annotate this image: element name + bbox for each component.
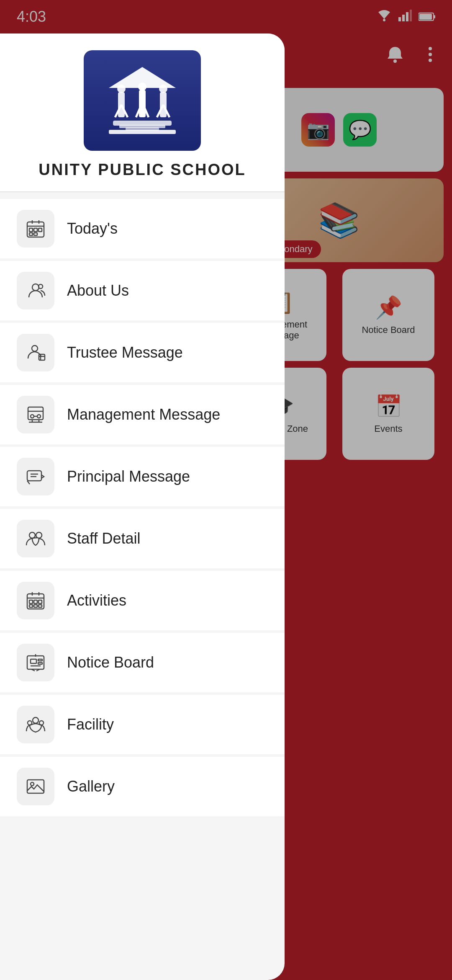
school-name: UNITY PUBLIC SCHOOL xyxy=(39,161,246,179)
svg-point-47 xyxy=(37,415,41,418)
notice-board-label: Notice Board xyxy=(67,654,154,671)
svg-point-46 xyxy=(31,415,34,418)
todays-icon-wrap xyxy=(17,210,54,248)
svg-rect-62 xyxy=(39,600,42,603)
svg-rect-34 xyxy=(29,233,33,235)
svg-point-22 xyxy=(159,85,167,93)
svg-rect-65 xyxy=(39,605,42,607)
menu-item-staff-detail[interactable]: Staff Detail xyxy=(0,509,285,568)
svg-rect-63 xyxy=(29,605,33,607)
svg-rect-69 xyxy=(31,659,36,663)
svg-rect-64 xyxy=(34,605,37,607)
svg-rect-71 xyxy=(38,663,42,664)
menu-item-gallery[interactable]: Gallery xyxy=(0,757,285,816)
trustee-icon-wrap xyxy=(17,334,54,371)
svg-rect-60 xyxy=(29,600,33,603)
svg-point-40 xyxy=(32,346,38,351)
svg-rect-70 xyxy=(38,659,42,661)
menu-item-notice-board[interactable]: Notice Board xyxy=(0,633,285,692)
menu-item-principal-message[interactable]: Principal Message xyxy=(0,447,285,506)
svg-point-80 xyxy=(31,782,34,786)
svg-rect-61 xyxy=(34,600,37,603)
svg-rect-44 xyxy=(28,407,43,420)
principal-icon-wrap xyxy=(17,458,54,495)
svg-rect-28 xyxy=(109,130,176,134)
principal-message-label: Principal Message xyxy=(67,468,190,485)
menu-item-trustee-message[interactable]: Trustee Message xyxy=(0,323,285,382)
menu-item-activities[interactable]: Activities xyxy=(0,571,285,630)
about-us-icon-wrap xyxy=(17,272,54,309)
svg-rect-52 xyxy=(27,471,41,481)
menu-item-management-message[interactable]: Management Message xyxy=(0,385,285,444)
todays-label: Today's xyxy=(67,220,118,237)
school-logo xyxy=(84,50,201,151)
facility-icon-wrap xyxy=(17,706,54,743)
svg-point-18 xyxy=(138,83,146,91)
svg-point-76 xyxy=(33,717,39,723)
svg-rect-32 xyxy=(34,228,37,232)
menu-list: Today's About Us xyxy=(0,192,285,980)
trustee-message-label: Trustee Message xyxy=(67,344,183,361)
svg-point-56 xyxy=(29,532,35,538)
gallery-icon-wrap xyxy=(17,768,54,805)
gallery-label: Gallery xyxy=(67,778,115,795)
svg-rect-33 xyxy=(39,228,42,232)
about-us-label: About Us xyxy=(67,282,129,299)
navigation-drawer: UNITY PUBLIC SCHOOL Today's xyxy=(0,34,285,980)
staff-icon-wrap xyxy=(17,520,54,557)
activities-label: Activities xyxy=(67,592,126,609)
management-icon-wrap xyxy=(17,396,54,433)
svg-rect-31 xyxy=(29,228,33,232)
drawer-header: UNITY PUBLIC SCHOOL xyxy=(0,34,285,192)
menu-item-facility[interactable]: Facility xyxy=(0,695,285,754)
svg-rect-35 xyxy=(34,233,37,235)
svg-point-38 xyxy=(32,284,39,291)
notice-board-icon-wrap xyxy=(17,644,54,681)
menu-item-todays[interactable]: Today's xyxy=(0,199,285,258)
staff-detail-label: Staff Detail xyxy=(67,530,140,547)
activities-icon-wrap xyxy=(17,582,54,619)
management-message-label: Management Message xyxy=(67,406,220,423)
svg-point-14 xyxy=(117,85,126,93)
facility-label: Facility xyxy=(67,716,114,733)
menu-item-about-us[interactable]: About Us xyxy=(0,261,285,320)
svg-rect-41 xyxy=(39,354,45,360)
